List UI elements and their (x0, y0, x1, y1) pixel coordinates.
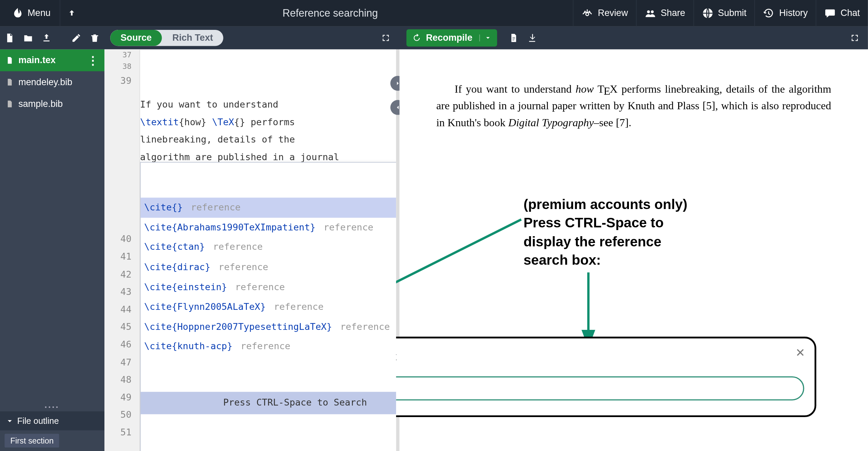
line-number (104, 178, 139, 195)
autocomplete-type: reference (218, 259, 268, 276)
autocomplete-cmd: \cite{knuth-acp} (144, 338, 233, 356)
autocomplete-type: reference (340, 318, 390, 336)
pdf-preview[interactable]: If you want to understand how TEX perfor… (399, 50, 868, 451)
annotation-text: (premium accounts only) Press CTRL-Space… (524, 195, 713, 270)
history-label: History (779, 8, 808, 18)
autocomplete-footer[interactable]: Press CTRL-Space to Search (141, 392, 396, 414)
line-number: 41 (104, 248, 139, 266)
autocomplete-type: reference (274, 298, 323, 316)
source-tab[interactable]: Source (110, 30, 162, 46)
file-icon (6, 78, 14, 86)
line-number (104, 108, 139, 125)
autocomplete-cmd: \cite{} (144, 199, 183, 217)
delete-icon[interactable] (88, 32, 101, 44)
file-tree-sidebar: main.tex⋮mendeley.bibsample.bib •••• Fil… (0, 50, 104, 451)
line-number: 44 (104, 301, 139, 319)
expand-editor-icon[interactable] (381, 33, 390, 42)
svg-point-1 (647, 10, 650, 13)
autocomplete-type: reference (241, 338, 291, 356)
autocomplete-cmd: \cite{dirac} (144, 259, 211, 276)
outline-item[interactable]: First section (5, 434, 60, 448)
menu-button[interactable]: Menu (5, 0, 58, 26)
file-item[interactable]: sample.bib (0, 93, 104, 115)
annotation-arrow-down (580, 272, 597, 341)
autocomplete-item[interactable]: \cite{Flynn2005ALaTeX}reference (141, 297, 396, 317)
line-number: 49 (104, 389, 139, 407)
autocomplete-cmd: \cite{Hoppner2007TypesettingLaTeX} (144, 318, 332, 336)
download-icon[interactable] (526, 32, 538, 44)
review-button[interactable]: Review (573, 0, 636, 26)
chat-icon (824, 7, 836, 19)
line-number: 50 (104, 406, 139, 424)
logs-icon[interactable] (507, 32, 520, 44)
submit-icon (702, 7, 713, 19)
autocomplete-cmd: \cite{einstein} (144, 278, 227, 296)
history-icon (763, 7, 775, 19)
line-number: 40 (104, 230, 139, 248)
line-number (104, 213, 139, 231)
upload-icon[interactable] (40, 32, 53, 44)
recompile-dropdown[interactable] (479, 35, 492, 41)
file-item[interactable]: mendeley.bib (0, 71, 104, 93)
autocomplete-item[interactable]: \cite{}reference (141, 198, 396, 218)
close-icon[interactable]: ✕ (795, 344, 805, 362)
svg-point-2 (651, 10, 653, 13)
recompile-button[interactable]: Recompile (407, 29, 497, 46)
line-number (104, 160, 139, 178)
file-name: mendeley.bib (18, 77, 72, 87)
preview-paragraph: If you want to understand how TEX perfor… (436, 80, 831, 131)
new-file-icon[interactable] (3, 32, 16, 44)
refresh-icon (412, 33, 421, 42)
share-button[interactable]: Share (636, 0, 693, 26)
code-area[interactable]: If you want to understand \textit{how} \… (140, 50, 396, 451)
chat-label: Chat (841, 8, 860, 18)
history-button[interactable]: History (754, 0, 816, 26)
autocomplete-item[interactable]: \cite{dirac}reference (141, 257, 396, 277)
line-number (104, 195, 139, 213)
overleaf-logo-icon (12, 7, 24, 19)
sidebar-resize-handle[interactable]: •••• (0, 403, 104, 411)
edit-icon[interactable] (70, 32, 83, 44)
svg-point-0 (586, 13, 589, 16)
review-label: Review (598, 8, 628, 18)
file-name: sample.bib (18, 99, 63, 109)
line-number: 48 (104, 371, 139, 389)
autocomplete-type: reference (191, 199, 241, 217)
file-outline-label: File outline (17, 416, 59, 426)
line-number: 38 (104, 61, 139, 72)
chevron-down-icon (6, 417, 14, 425)
new-folder-icon[interactable] (22, 32, 34, 44)
chat-button[interactable]: Chat (816, 0, 868, 26)
autocomplete-item[interactable]: \cite{ctan}reference (141, 238, 396, 258)
line-gutter: 37 3839404142434445464748495051 (104, 50, 140, 451)
file-name: main.tex (18, 55, 56, 65)
review-icon (582, 7, 593, 19)
line-number (104, 90, 139, 108)
richtext-tab[interactable]: Rich Text (162, 30, 223, 46)
file-menu-icon[interactable]: ⋮ (87, 53, 99, 67)
submit-button[interactable]: Submit (693, 0, 755, 26)
line-number: 47 (104, 354, 139, 371)
autocomplete-cmd: \cite{ctan} (144, 239, 205, 256)
file-outline-toggle[interactable]: File outline (0, 411, 104, 430)
code-editor[interactable]: 37 3839404142434445464748495051 If you w… (104, 50, 396, 451)
line-number (104, 143, 139, 160)
file-icon (6, 100, 14, 108)
file-icon (6, 56, 14, 64)
autocomplete-type: reference (235, 278, 285, 296)
share-icon (645, 7, 656, 19)
autocomplete-popup: \cite{}reference\cite{Abrahams1990TeXImp… (140, 162, 396, 451)
project-title: Reference searching (87, 7, 573, 19)
line-number: 42 (104, 266, 139, 283)
line-number: 45 (104, 318, 139, 336)
up-button[interactable] (60, 0, 83, 26)
line-number: 46 (104, 336, 139, 354)
autocomplete-item[interactable]: \cite{Hoppner2007TypesettingLaTeX}refere… (141, 317, 396, 337)
file-item[interactable]: main.tex⋮ (0, 50, 104, 71)
autocomplete-item[interactable]: \cite{Abrahams1990TeXImpatient}reference (141, 218, 396, 238)
expand-preview-icon[interactable] (848, 32, 861, 44)
recompile-label: Recompile (426, 33, 472, 43)
autocomplete-type: reference (213, 239, 263, 256)
autocomplete-item[interactable]: \cite{einstein}reference (141, 277, 396, 297)
autocomplete-item[interactable]: \cite{knuth-acp}reference (141, 337, 396, 357)
